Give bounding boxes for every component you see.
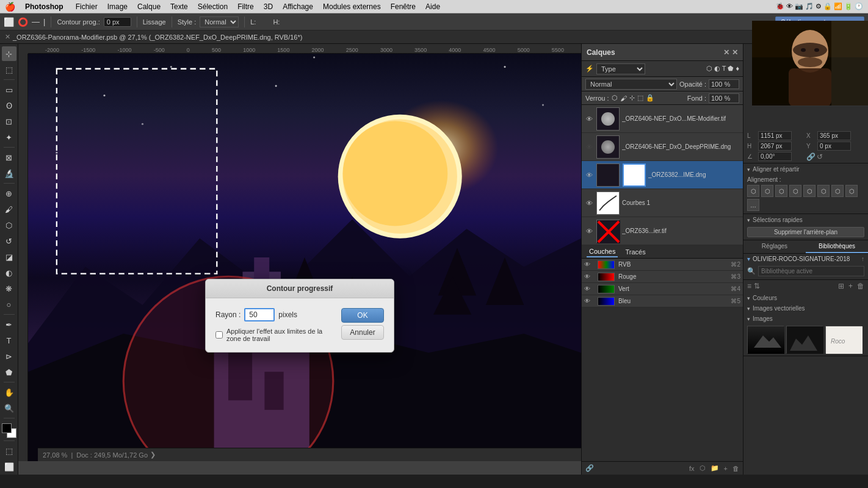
apple-menu[interactable]: 🍎 bbox=[5, 2, 15, 12]
statusbar-arrow[interactable]: ❯ bbox=[150, 451, 156, 459]
Y-input[interactable] bbox=[817, 142, 851, 151]
tool-dodge[interactable]: ○ bbox=[2, 297, 16, 312]
tool-eyedropper[interactable]: 🔬 bbox=[2, 166, 16, 181]
layer-eye-3[interactable]: 👁 bbox=[584, 199, 594, 207]
tool-stamp[interactable]: ⬡ bbox=[2, 218, 16, 232]
more-align-icon[interactable]: … bbox=[747, 199, 759, 211]
apply-canvas-checkbox[interactable] bbox=[215, 331, 223, 339]
tool-shape[interactable]: ⬟ bbox=[2, 365, 16, 379]
align-bottom-icon[interactable]: ⬡ bbox=[817, 185, 830, 197]
tool-hand[interactable]: ✋ bbox=[2, 385, 16, 400]
tool-marquee-rect[interactable]: ⬜ bbox=[4, 17, 14, 27]
tool-marquee[interactable]: ▭ bbox=[2, 82, 16, 97]
distribute-h-icon[interactable]: ⬡ bbox=[831, 185, 844, 197]
tool-spot-heal[interactable]: ⊕ bbox=[2, 186, 16, 201]
channel-rouge[interactable]: 👁 Rouge ⌘3 bbox=[582, 271, 743, 283]
tool-marquee-row[interactable]: — bbox=[32, 17, 40, 26]
layer-eye-4[interactable]: 👁 bbox=[584, 228, 594, 235]
menu-calque[interactable]: Calque bbox=[132, 2, 165, 11]
filter-adj-icon[interactable]: ◐ bbox=[714, 65, 720, 73]
tool-blur[interactable]: ❋ bbox=[2, 281, 16, 296]
lock-all-icon[interactable]: 🔒 bbox=[646, 94, 654, 102]
menu-filtre[interactable]: Filtre bbox=[233, 2, 259, 11]
lib-grid-icon[interactable]: ⊞ bbox=[838, 282, 844, 290]
tab-reglages[interactable]: Réglages bbox=[743, 240, 806, 253]
layer-item-0[interactable]: 👁 _ORZ6406-NEF_DxO...ME-Modifier.tif bbox=[582, 105, 743, 133]
align-center-v-icon[interactable]: ⬡ bbox=[803, 185, 816, 197]
filter-text-icon[interactable]: T bbox=[722, 65, 726, 73]
menu-affichage[interactable]: Affichage bbox=[278, 2, 318, 11]
tool-lasso[interactable]: ʘ bbox=[2, 98, 16, 113]
align-center-h-icon[interactable]: ⬡ bbox=[761, 185, 773, 197]
layer-item-4[interactable]: 👁 _ORZ636...ier.tif bbox=[582, 217, 743, 245]
align-left-icon[interactable]: ⬡ bbox=[747, 185, 759, 197]
lib-sort-icon[interactable]: ⇅ bbox=[754, 282, 760, 290]
menu-texte[interactable]: Texte bbox=[165, 2, 193, 11]
tool-quick-mask[interactable]: ⬚ bbox=[2, 443, 16, 458]
tab-bibliotheques[interactable]: Bibliothèques bbox=[806, 240, 868, 253]
ch-folder-icon[interactable]: 📁 bbox=[711, 464, 719, 472]
distribute-v-icon[interactable]: ⬡ bbox=[845, 185, 858, 197]
layer-item-1[interactable]: 👁 _ORZ6406-NEF_DxO_DeepPRIME.dng bbox=[582, 133, 743, 161]
menu-selection[interactable]: Sélection bbox=[193, 2, 233, 11]
blend-mode-select[interactable]: Normal bbox=[585, 79, 677, 90]
library-expand-icon[interactable]: ▾ bbox=[747, 256, 750, 262]
tool-text[interactable]: T bbox=[2, 333, 16, 348]
menu-fenetre[interactable]: Fenêtre bbox=[386, 2, 421, 11]
channel-rvb[interactable]: 👁 RVB ⌘2 bbox=[582, 259, 743, 271]
layer-item-2[interactable]: 👁 _ORZ6382...IME.dng bbox=[582, 161, 743, 189]
tool-path-sel[interactable]: ⊳ bbox=[2, 349, 16, 364]
delete-bg-button[interactable]: Supprimer l'arrière-plan bbox=[747, 227, 864, 237]
opacity-input[interactable] bbox=[709, 79, 739, 89]
contour-input[interactable] bbox=[104, 17, 131, 27]
panel-icon-close2[interactable]: ✕ bbox=[732, 48, 738, 57]
filter-px-icon[interactable]: ⬡ bbox=[706, 65, 712, 73]
tool-pen[interactable]: ✒ bbox=[2, 317, 16, 332]
menu-image[interactable]: Image bbox=[103, 2, 132, 11]
filter-type-select[interactable]: Type bbox=[596, 63, 645, 74]
layer-eye-1[interactable]: 👁 bbox=[584, 143, 594, 151]
layer-eye-2[interactable]: 👁 bbox=[584, 171, 594, 179]
couleurs-section[interactable]: Couleurs bbox=[743, 292, 868, 303]
channel-eye-rouge[interactable]: 👁 bbox=[584, 273, 594, 280]
tool-brush[interactable]: 🖌 bbox=[2, 202, 16, 217]
tool-history-brush[interactable]: ↺ bbox=[2, 234, 16, 248]
lock-artboard-icon[interactable]: ⬚ bbox=[637, 94, 643, 102]
tool-zoom[interactable]: 🔍 bbox=[2, 401, 16, 415]
lock-transparent-icon[interactable]: ⬡ bbox=[612, 94, 618, 102]
L-input[interactable] bbox=[758, 131, 792, 140]
tool-gradient[interactable]: ◐ bbox=[2, 265, 16, 280]
tool-eraser[interactable]: ◪ bbox=[2, 249, 16, 264]
tool-move[interactable]: ⊹ bbox=[2, 46, 16, 61]
chain-icon[interactable]: 🔗 bbox=[806, 152, 816, 161]
filter-shape-icon[interactable]: ⬟ bbox=[728, 65, 734, 73]
tool-crop[interactable]: ⊠ bbox=[2, 150, 16, 165]
tool-object-sel[interactable]: ⊡ bbox=[2, 114, 16, 129]
channel-vert[interactable]: 👁 Vert ⌘4 bbox=[582, 283, 743, 295]
app-name[interactable]: Photoshop bbox=[20, 2, 68, 11]
ch-add-icon[interactable]: + bbox=[724, 465, 728, 472]
angle-input[interactable] bbox=[758, 152, 792, 161]
lib-filter-icon[interactable]: ≡ bbox=[747, 282, 751, 290]
ch-mask-icon[interactable]: ⬡ bbox=[700, 464, 706, 472]
align-right-icon[interactable]: ⬡ bbox=[775, 185, 787, 197]
align-top-icon[interactable]: ⬡ bbox=[789, 185, 801, 197]
images-vec-section[interactable]: Images vectorielles bbox=[743, 303, 868, 313]
H-input[interactable] bbox=[758, 142, 792, 151]
lock-move-icon[interactable]: ⊹ bbox=[629, 94, 635, 102]
rayon-input[interactable] bbox=[244, 308, 275, 321]
menu-3d[interactable]: 3D bbox=[259, 2, 278, 11]
menu-modules[interactable]: Modules externes bbox=[318, 2, 386, 11]
panel-icon-close1[interactable]: ✕ bbox=[723, 48, 729, 57]
align-section-title[interactable]: Aligner et répartir bbox=[743, 163, 868, 174]
tool-marquee-ellipse[interactable]: ⭕ bbox=[18, 17, 28, 27]
ch-delete-icon[interactable]: 🗑 bbox=[732, 465, 739, 472]
tool-magic-wand[interactable]: ✦ bbox=[2, 130, 16, 145]
quick-sel-title[interactable]: Sélections rapides bbox=[743, 214, 868, 224]
channel-eye-vert[interactable]: 👁 bbox=[584, 285, 594, 292]
layer-eye-0[interactable]: 👁 bbox=[584, 115, 594, 123]
style-select[interactable]: Normal bbox=[200, 16, 239, 27]
tool-marquee-col[interactable]: | bbox=[43, 17, 45, 26]
channel-eye-rvb[interactable]: 👁 bbox=[584, 261, 594, 268]
images-section[interactable]: Images bbox=[743, 313, 868, 323]
